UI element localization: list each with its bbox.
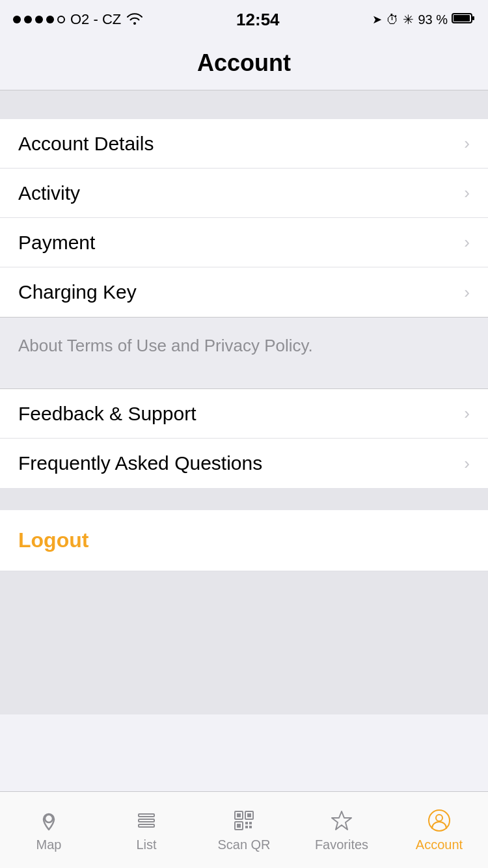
svg-rect-16 (249, 826, 252, 828)
tab-scan-qr[interactable]: Scan QR (195, 792, 293, 868)
chevron-icon: › (464, 403, 470, 424)
svg-point-3 (45, 815, 53, 822)
about-section: About Terms of Use and Privacy Policy. (0, 317, 488, 389)
logout-button[interactable]: Logout (18, 528, 88, 552)
about-prefix: About (18, 336, 67, 355)
logout-section: Logout (0, 510, 488, 571)
svg-point-19 (436, 815, 442, 821)
chevron-icon: › (464, 282, 470, 303)
about-conjunction: and (167, 336, 204, 355)
main-menu-section: Account Details › Activity › Payment › C… (0, 119, 488, 317)
signal-dot-2 (24, 16, 32, 23)
svg-rect-1 (454, 15, 470, 21)
activity-label: Activity (18, 182, 80, 204)
payment-label: Payment (18, 232, 95, 254)
svg-rect-4 (139, 814, 154, 817)
charging-key-item[interactable]: Charging Key › (0, 267, 488, 317)
qr-icon (231, 807, 257, 834)
signal-dot-5 (57, 16, 65, 23)
feedback-support-item[interactable]: Feedback & Support › (0, 389, 488, 439)
tab-map-label: Map (36, 837, 62, 852)
tab-map[interactable]: Map (0, 792, 98, 868)
tab-scan-qr-label: Scan QR (217, 837, 270, 852)
bluetooth-icon: ✳ (403, 12, 414, 27)
svg-rect-15 (245, 826, 248, 828)
star-icon (329, 807, 355, 834)
signal-dot-3 (35, 16, 43, 23)
middle-section-gap (0, 488, 488, 510)
account-details-label: Account Details (18, 133, 154, 155)
carrier-text: O2 - CZ (70, 11, 121, 28)
location-icon: ➤ (372, 12, 382, 27)
signal-dot-4 (46, 16, 54, 23)
page-title: Account (0, 39, 488, 90)
alarm-icon: ⏱ (386, 12, 399, 27)
feedback-support-label: Feedback & Support (18, 403, 197, 425)
charging-key-label: Charging Key (18, 281, 137, 303)
map-icon (36, 807, 62, 834)
tab-list-label: List (136, 837, 156, 852)
top-section-gap (0, 90, 488, 119)
payment-item[interactable]: Payment › (0, 218, 488, 267)
chevron-icon: › (464, 454, 470, 474)
tab-bar: Map List Scan QR Favorites (0, 791, 488, 868)
battery-icon (452, 12, 475, 28)
terms-link[interactable]: Terms of Use (67, 336, 167, 355)
status-right: ➤ ⏱ ✳ 93 % (372, 12, 475, 28)
tab-account[interactable]: Account (390, 792, 488, 868)
battery-percentage: 93 % (418, 12, 448, 27)
svg-rect-10 (247, 813, 251, 817)
svg-rect-14 (249, 822, 252, 824)
chevron-icon: › (464, 183, 470, 203)
account-icon (426, 807, 452, 834)
chevron-icon: › (464, 232, 470, 252)
status-left: O2 - CZ (13, 11, 143, 28)
account-details-item[interactable]: Account Details › (0, 119, 488, 169)
svg-rect-2 (472, 16, 474, 20)
faq-label: Frequently Asked Questions (18, 452, 262, 474)
tab-list[interactable]: List (98, 792, 195, 868)
tab-favorites[interactable]: Favorites (293, 792, 390, 868)
status-time: 12:54 (236, 10, 280, 30)
status-bar: O2 - CZ 12:54 ➤ ⏱ ✳ 93 % (0, 0, 488, 39)
activity-item[interactable]: Activity › (0, 169, 488, 218)
wifi-icon (126, 12, 143, 28)
svg-rect-5 (139, 819, 154, 822)
signal-dots (13, 16, 65, 23)
chevron-icon: › (464, 133, 470, 154)
privacy-link[interactable]: Privacy Policy. (204, 336, 313, 355)
faq-item[interactable]: Frequently Asked Questions › (0, 439, 488, 488)
svg-rect-8 (237, 813, 241, 817)
svg-rect-12 (237, 824, 241, 828)
support-section: Feedback & Support › Frequently Asked Qu… (0, 389, 488, 488)
list-icon (133, 807, 159, 834)
tab-favorites-label: Favorites (315, 837, 368, 852)
svg-marker-17 (332, 811, 351, 830)
tab-account-label: Account (416, 837, 463, 852)
signal-dot-1 (13, 16, 21, 23)
bottom-filler (0, 571, 488, 714)
svg-rect-6 (139, 824, 154, 827)
svg-rect-13 (245, 822, 248, 824)
